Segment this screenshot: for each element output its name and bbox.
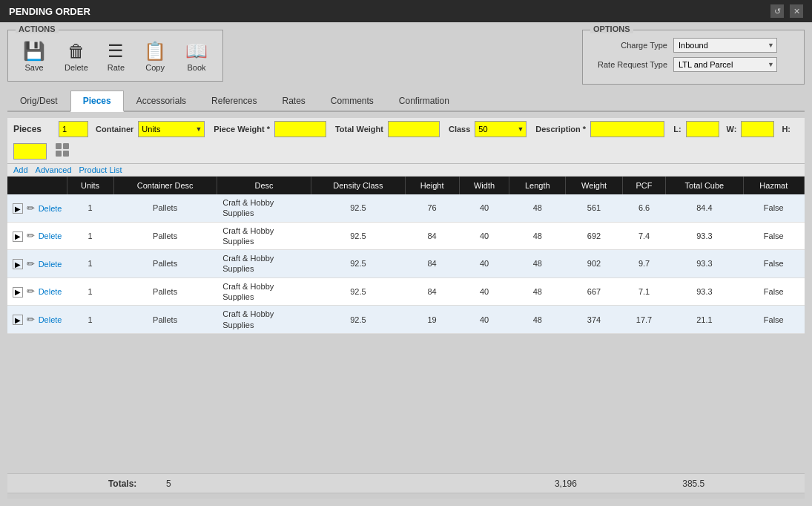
delete-row-link[interactable]: Delete	[39, 204, 62, 213]
length-cell: 48	[509, 250, 566, 278]
width-cell: 40	[459, 194, 509, 222]
rate-button[interactable]: ☰Rate	[102, 39, 131, 75]
add-link[interactable]: Add	[13, 165, 28, 174]
totalcube-cell: 84.4	[666, 194, 743, 222]
tabs-container: Orig/DestPiecesAccessorialsReferencesRat…	[7, 91, 805, 112]
width-cell: 40	[459, 222, 509, 250]
pieces-input[interactable]	[59, 121, 88, 137]
container-cell: Pallets	[113, 306, 217, 334]
density-cell: 92.5	[311, 222, 405, 250]
totalcube-cell: 93.3	[666, 222, 743, 250]
width-cell: 40	[459, 277, 509, 306]
tab-pieces[interactable]: Pieces	[70, 91, 124, 112]
svg-rect-1	[63, 143, 69, 149]
length-cell: 48	[509, 277, 566, 306]
delete-row-link[interactable]: Delete	[39, 287, 62, 296]
container-cell: Pallets	[113, 194, 217, 222]
density-cell: 92.5	[311, 306, 405, 334]
length-cell: 48	[509, 306, 566, 334]
total-weight-input[interactable]	[388, 121, 440, 137]
delete-row-link[interactable]: Delete	[39, 260, 62, 269]
col-header-11: Hazmat	[743, 177, 804, 194]
expand-row-button[interactable]: ▶	[13, 231, 23, 242]
actions-label: ACTIONS	[16, 24, 59, 33]
hazmat-cell: False	[743, 306, 804, 334]
class-col-label: Class	[449, 125, 470, 134]
height-cell: 84	[405, 222, 459, 250]
tab-accessorials[interactable]: Accessorials	[124, 91, 199, 112]
hazmat-cell: False	[743, 277, 804, 306]
pieces-col-label: Pieces	[13, 124, 54, 134]
length-cell: 48	[509, 222, 566, 250]
length-cell: 48	[509, 194, 566, 222]
piece-weight-col-label: Piece Weight *	[214, 125, 270, 134]
delete-button[interactable]: 🗑Delete	[59, 39, 94, 75]
advanced-link[interactable]: Advanced	[36, 165, 72, 174]
svg-rect-2	[56, 151, 62, 157]
edit-row-button[interactable]: ✏	[25, 230, 36, 241]
edit-row-button[interactable]: ✏	[25, 203, 36, 214]
col-header-5: Height	[405, 177, 459, 194]
density-cell: 92.5	[311, 277, 405, 306]
width-input[interactable]	[741, 121, 774, 137]
col-header-0	[7, 177, 67, 194]
refresh-button[interactable]: ↺	[770, 4, 784, 18]
totalcube-cell: 93.3	[666, 250, 743, 278]
tab-rates[interactable]: Rates	[269, 91, 317, 112]
hazmat-cell: False	[743, 222, 804, 250]
weight-cell: 374	[566, 306, 623, 334]
tab-confirmation[interactable]: Confirmation	[386, 91, 462, 112]
weight-cell: 692	[566, 222, 623, 250]
col-header-1: Units	[67, 177, 113, 194]
totals-label: Totals:	[87, 479, 142, 489]
settings-icon-button[interactable]	[54, 142, 70, 160]
tab-references[interactable]: References	[199, 91, 269, 112]
charge-type-select[interactable]: InboundOutboundThird Party	[673, 38, 777, 53]
units-cell: 1	[67, 222, 113, 250]
settings-icon	[54, 142, 70, 158]
save-button[interactable]: 💾Save	[17, 39, 51, 75]
w-label: W:	[727, 125, 737, 134]
col-header-3: Desc	[217, 177, 311, 194]
description-input[interactable]	[590, 121, 664, 137]
delete-row-link[interactable]: Delete	[39, 315, 62, 324]
tab-comments[interactable]: Comments	[318, 91, 386, 112]
actions-panel: ACTIONS 💾Save🗑Delete☰Rate📋Copy📖Book	[7, 30, 223, 82]
pcf-cell: 7.4	[622, 222, 665, 250]
height-input[interactable]	[13, 143, 47, 160]
totals-cube: 385.5	[653, 479, 735, 489]
class-select[interactable]: 50 55 60 65 70 77.5 85 92.5 100	[475, 121, 527, 137]
table-row: ▶ ✏ Delete 1PalletsCraft & HobbySupplies…	[7, 277, 805, 306]
desc-cell: Craft & HobbySupplies	[217, 194, 311, 222]
hazmat-cell: False	[743, 250, 804, 278]
input-header-row: Pieces Container Units Pallets ▼ Piece W…	[7, 118, 805, 164]
piece-weight-input[interactable]	[274, 121, 326, 137]
copy-button[interactable]: 📋Copy	[138, 39, 172, 75]
length-input[interactable]	[686, 121, 719, 137]
rate-request-type-select[interactable]: LTL and ParcelLTL OnlyParcel Only	[673, 57, 777, 72]
expand-row-button[interactable]: ▶	[13, 315, 23, 325]
height-cell: 19	[405, 306, 459, 334]
edit-row-button[interactable]: ✏	[25, 286, 36, 297]
col-header-10: Total Cube	[666, 177, 743, 194]
close-button[interactable]: ✕	[790, 4, 803, 18]
height-cell: 84	[405, 250, 459, 278]
container-cell: Pallets	[113, 222, 217, 250]
totals-bar: Totals: 5 3,196 385.5	[7, 473, 805, 493]
edit-row-button[interactable]: ✏	[25, 258, 36, 269]
desc-cell: Craft & HobbySupplies	[217, 306, 311, 334]
l-label: L:	[673, 125, 681, 134]
units-cell: 1	[67, 306, 113, 334]
book-button[interactable]: 📖Book	[179, 39, 214, 75]
delete-row-link[interactable]: Delete	[39, 231, 62, 240]
col-header-9: PCF	[622, 177, 665, 194]
expand-row-button[interactable]: ▶	[13, 287, 23, 298]
edit-row-button[interactable]: ✏	[25, 314, 36, 325]
expand-row-button[interactable]: ▶	[13, 259, 23, 269]
container-cell: Pallets	[113, 277, 217, 306]
product-list-link[interactable]: Product List	[79, 165, 122, 174]
expand-row-button[interactable]: ▶	[13, 203, 23, 214]
weight-cell: 561	[566, 194, 623, 222]
tab-orig-dest[interactable]: Orig/Dest	[7, 91, 70, 112]
container-select[interactable]: Units Pallets	[138, 121, 205, 137]
